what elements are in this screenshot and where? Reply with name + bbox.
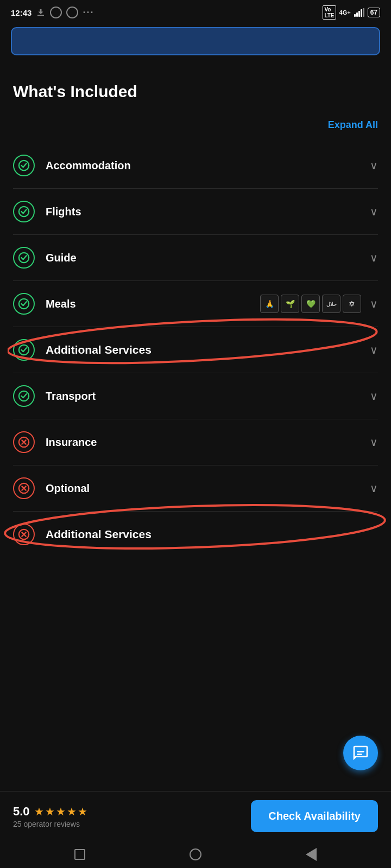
list-item-guide[interactable]: Guide ∨: [13, 235, 378, 281]
meal-badge-2: 🌱: [281, 295, 299, 313]
svg-rect-12: [357, 751, 364, 752]
label-accommodation: Accommodation: [46, 159, 365, 172]
list-item-additional-services-1[interactable]: Additional Services ∨: [13, 327, 378, 373]
checkmark-svg: [18, 159, 30, 171]
chevron-accommodation[interactable]: ∨: [370, 159, 378, 172]
label-meals: Meals: [46, 298, 260, 310]
stars: ★★★★★: [34, 805, 89, 818]
bar2: [356, 12, 358, 17]
expand-all-button[interactable]: Expand All: [328, 116, 378, 134]
check-icon-meals: [13, 293, 35, 315]
label-guide: Guide: [46, 252, 365, 264]
check-icon-additional-1: [13, 339, 35, 361]
chevron-flights[interactable]: ∨: [370, 205, 378, 218]
check-icon-flights: [13, 201, 35, 222]
rating-section: 5.0 ★★★★★ 25 operator reviews: [13, 805, 89, 828]
status-left: 12:43 ···: [11, 7, 94, 18]
bar4: [361, 9, 362, 17]
chevron-meals[interactable]: ∨: [370, 297, 378, 310]
label-additional-services-2: Additional Services: [46, 528, 378, 541]
x-svg-optional: [18, 482, 30, 494]
label-additional-services-1: Additional Services: [46, 343, 365, 356]
x-svg-insurance: [18, 436, 30, 448]
checkmark-svg-flights: [18, 206, 30, 218]
chevron-transport[interactable]: ∨: [370, 390, 378, 403]
status-bar: 12:43 ··· VoLTE 4G+ 67: [0, 0, 391, 23]
main-content: What's Included Expand All Accommodation…: [0, 66, 391, 557]
system-nav-bar: [0, 841, 391, 868]
signal-circle-1: [50, 7, 62, 18]
bar5: [363, 8, 364, 17]
bar1: [354, 14, 356, 17]
chevron-guide[interactable]: ∨: [370, 251, 378, 264]
checkmark-svg-additional-1: [18, 344, 30, 356]
search-area: [0, 23, 391, 66]
chevron-insurance[interactable]: ∨: [370, 436, 378, 449]
more-dots: ···: [83, 7, 94, 18]
checkmark-svg-guide: [18, 252, 30, 264]
check-icon-transport: [13, 385, 35, 407]
x-icon-additional-2: [13, 524, 35, 545]
chevron-optional[interactable]: ∨: [370, 482, 378, 495]
check-icon-guide: [13, 247, 35, 269]
reviews-text: 25 operator reviews: [13, 820, 89, 828]
checkmark-svg-meals: [18, 298, 30, 310]
checkmark-svg-transport: [18, 390, 30, 402]
download-icon: [36, 8, 46, 17]
meal-badge-4: حلال: [322, 295, 340, 313]
volte-badge: VoLTE: [323, 5, 336, 20]
circle-shape: [190, 848, 201, 860]
section-title: What's Included: [13, 82, 378, 101]
spacer: [0, 557, 391, 666]
svg-rect-13: [357, 754, 362, 755]
signal-bars: [354, 8, 364, 17]
list-item-insurance[interactable]: Insurance ∨: [13, 419, 378, 465]
meal-badge-1: 🙏: [260, 295, 279, 313]
search-bar[interactable]: [11, 27, 380, 55]
triangle-shape: [306, 848, 317, 861]
chat-fab-button[interactable]: [343, 736, 378, 770]
network-badge: 4G+: [339, 9, 351, 16]
list-item-meals[interactable]: Meals 🙏 🌱 💚 حلال ✡ ∨: [13, 281, 378, 327]
time: 12:43: [11, 8, 31, 17]
status-right: VoLTE 4G+ 67: [323, 5, 380, 20]
x-icon-insurance: [13, 431, 35, 453]
list-item-transport[interactable]: Transport ∨: [13, 373, 378, 419]
list-item-optional[interactable]: Optional ∨: [13, 465, 378, 512]
bottom-bar: 5.0 ★★★★★ 25 operator reviews Check Avai…: [0, 791, 391, 841]
rating-score: 5.0: [13, 805, 30, 819]
label-insurance: Insurance: [46, 436, 365, 449]
list-item-flights[interactable]: Flights ∨: [13, 189, 378, 235]
chat-icon: [352, 744, 369, 762]
page-wrapper: 12:43 ··· VoLTE 4G+ 67 What: [0, 0, 391, 868]
check-icon-accommodation: [13, 155, 35, 176]
x-icon-optional: [13, 477, 35, 499]
check-availability-button[interactable]: Check Availability: [251, 800, 378, 832]
battery: 67: [368, 8, 380, 17]
svg-rect-0: [37, 15, 44, 16]
square-shape: [74, 849, 85, 860]
chevron-additional-1[interactable]: ∨: [370, 343, 378, 356]
expand-all-row: Expand All: [13, 116, 378, 134]
list-item-accommodation[interactable]: Accommodation ∨: [13, 143, 378, 189]
x-svg-additional-2: [18, 528, 30, 540]
meal-badge-5: ✡: [343, 295, 361, 313]
rating-row: 5.0 ★★★★★: [13, 805, 89, 819]
label-flights: Flights: [46, 206, 365, 218]
included-list: Accommodation ∨ Flights ∨: [13, 143, 378, 557]
nav-back-icon[interactable]: [303, 846, 319, 863]
meal-badges: 🙏 🌱 💚 حلال ✡: [260, 295, 361, 313]
nav-square-icon[interactable]: [72, 846, 88, 863]
bar3: [358, 11, 360, 17]
label-transport: Transport: [46, 390, 365, 403]
label-optional: Optional: [46, 482, 365, 495]
signal-circle-2: [66, 7, 78, 18]
list-item-additional-services-2[interactable]: Additional Services: [13, 512, 378, 557]
nav-circle-icon[interactable]: [187, 846, 204, 863]
meal-badge-3: 💚: [301, 295, 320, 313]
